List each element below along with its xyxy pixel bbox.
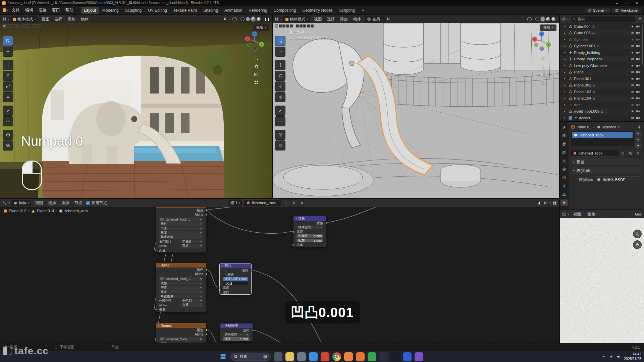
workspace-tab-layout[interactable]: Layout <box>81 7 99 14</box>
disable-in-render-icon[interactable] <box>636 24 640 28</box>
tray-chevron-icon[interactable] <box>602 355 606 359</box>
hide-in-viewport-icon[interactable] <box>631 51 635 55</box>
hide-in-viewport-icon[interactable] <box>631 24 635 28</box>
displacement-node[interactable]: ▾置换 置换 物体空间▾ 高度 中间值0.500 缩放1.000 法向 <box>293 216 327 247</box>
expand-arrow-icon[interactable]: ▸ <box>564 103 567 106</box>
hide-in-viewport-icon[interactable] <box>631 64 635 68</box>
snap-magnet-icon[interactable] <box>386 17 390 21</box>
disable-in-render-icon[interactable] <box>636 70 640 74</box>
hide-in-viewport-icon[interactable] <box>631 77 635 81</box>
proportional-edit-icon[interactable] <box>232 17 237 21</box>
outliner-display-mode-icon[interactable] <box>561 17 566 21</box>
disable-in-render-icon[interactable] <box>636 57 640 61</box>
layer-toggle-9[interactable] <box>35 24 38 27</box>
solid-shading-button[interactable] <box>246 17 250 21</box>
material-slot-selected[interactable]: lichened_rock <box>572 132 633 138</box>
outliner-item-decals[interactable]: ▸ decals <box>560 115 641 121</box>
unlink-material-button[interactable]: ✕ <box>635 150 641 157</box>
mode-selector[interactable]: 物体模式▾ <box>283 16 310 22</box>
network-icon[interactable] <box>609 355 613 359</box>
workspace-tab-compositing[interactable]: Compositing <box>271 7 299 14</box>
invert-checkbox[interactable] <box>223 273 226 276</box>
viewport-right-menu-添加[interactable]: 添加 <box>338 16 350 22</box>
texture-dropdown-1[interactable]: 平直▾ <box>159 227 203 230</box>
layer-toggle-10[interactable] <box>38 24 41 27</box>
colorspace-dropdown[interactable]: 非色彩▾ <box>180 299 203 303</box>
viewlayer-selector[interactable]: ViewLayer <box>612 8 642 13</box>
cursor-tool[interactable] <box>3 47 13 57</box>
unlink-material-button[interactable]: ✕ <box>299 199 305 206</box>
zoom-icon[interactable] <box>254 56 259 61</box>
transform-orientation-selector[interactable]: 全局▾ <box>365 16 385 22</box>
displacement-space-dropdown[interactable]: 物体空间▾ <box>297 226 323 229</box>
pin-icon[interactable] <box>637 125 641 129</box>
taskbar-app-red[interactable] <box>321 352 329 361</box>
layer-toggle-1[interactable] <box>275 24 278 27</box>
filter-icon[interactable] <box>638 17 642 21</box>
disable-in-render-icon[interactable] <box>636 44 640 48</box>
overlay-toggle-icon[interactable] <box>553 201 557 205</box>
image-datablock[interactable]: Lichened_Rock_…✕ <box>159 337 203 341</box>
disable-in-render-icon[interactable] <box>636 77 640 81</box>
outliner-search-input[interactable]: 搜索 <box>570 16 636 22</box>
cursor-tool[interactable] <box>275 47 285 57</box>
node-editor-menu-节点[interactable]: 节点 <box>72 200 85 206</box>
hide-in-viewport-icon[interactable] <box>631 96 635 100</box>
proportional-edit-icon[interactable] <box>527 17 532 21</box>
workspace-tab-rendering[interactable]: Rendering <box>246 7 270 14</box>
outliner-scrollbar[interactable] <box>642 25 643 65</box>
scale-tool[interactable] <box>275 81 285 92</box>
surface-section-header[interactable]: ▾表(曲)面 <box>571 167 641 174</box>
viewport-left-menu-选择[interactable]: 选择 <box>52 16 65 22</box>
topbar-menu-5[interactable]: 帮助 <box>63 7 76 14</box>
ortho-grid-icon[interactable] <box>541 80 546 85</box>
hide-in-viewport-icon[interactable] <box>631 103 635 107</box>
expand-arrow-icon[interactable]: ▸ <box>564 38 567 41</box>
zoom-icon[interactable] <box>541 56 546 61</box>
taskbar-app-dark-1[interactable] <box>274 352 282 361</box>
workspace-tab-uv-editing[interactable]: UV Editing <box>145 7 170 14</box>
tab-world[interactable] <box>560 166 568 172</box>
layer-toggle-4[interactable] <box>286 24 289 27</box>
taskbar-search[interactable]: 搜索 <box>230 353 271 361</box>
disable-in-render-icon[interactable] <box>636 116 640 120</box>
texture-dropdown-0[interactable]: 线性▾ <box>159 222 203 226</box>
node-editor-menu-添加[interactable]: 添加 <box>59 200 71 206</box>
hide-in-viewport-icon[interactable] <box>631 57 635 61</box>
hide-in-viewport-icon[interactable] <box>631 70 635 74</box>
material-datablock[interactable]: lichened_rock <box>571 150 618 157</box>
workspace-tab-sculpting[interactable]: Sculpting <box>122 7 145 14</box>
node-canvas[interactable]: Plane.012 › Plane.014 › lichened_rock ▾凹… <box>0 207 559 343</box>
viewport-right-menu-视图[interactable]: 视图 <box>312 16 324 22</box>
camera-view-icon[interactable] <box>541 72 546 77</box>
rotate-tool[interactable] <box>275 71 285 81</box>
outliner-item-tree[interactable]: ▸ tree <box>560 102 641 108</box>
hide-in-viewport-icon[interactable] <box>631 109 635 113</box>
scale-tool[interactable] <box>3 81 13 92</box>
layer-toggle-8[interactable] <box>303 24 306 27</box>
layer-toggle-6[interactable] <box>296 24 299 27</box>
outliner-item-plane[interactable]: ▸ Plane <box>560 69 641 76</box>
hide-in-viewport-icon[interactable] <box>631 90 635 94</box>
disable-in-render-icon[interactable] <box>636 109 640 113</box>
workspace-tab-modeling[interactable]: Modeling <box>99 7 122 14</box>
move-tool[interactable] <box>275 60 285 70</box>
image-datablock[interactable]: Lichened_Rock_…✕ <box>159 218 203 222</box>
zoom-out-fab[interactable] <box>633 240 642 249</box>
material-slot-list[interactable]: lichened_rock <box>571 131 634 146</box>
midlevel-slider[interactable]: 中间值0.500 <box>297 234 323 238</box>
expand-arrow-icon[interactable]: ▸ <box>564 97 567 100</box>
collection-checkbox[interactable] <box>569 116 572 120</box>
disable-in-render-icon[interactable] <box>636 31 640 35</box>
viewport-solid[interactable]: ▾ 物体模式▾ 视图选择添加物体 全局▾ <box>272 15 559 198</box>
taskbar-app-folder[interactable] <box>285 352 294 361</box>
outliner-item-cube-004[interactable]: ▸ Cube.004 <box>560 23 641 30</box>
layer-toggle-5[interactable] <box>17 24 20 27</box>
expand-arrow-icon[interactable]: ▸ <box>564 51 567 54</box>
add-cube-tool[interactable] <box>275 130 285 140</box>
outliner-item-plane-103[interactable]: ▸ Plane.103 <box>560 88 641 95</box>
layer-toggle-7[interactable] <box>27 24 30 27</box>
mode-selector[interactable]: 物体模式▾ <box>11 16 38 22</box>
disable-in-render-icon[interactable] <box>636 64 640 68</box>
colorspace-dropdown[interactable]: 非色彩▾ <box>180 240 203 243</box>
